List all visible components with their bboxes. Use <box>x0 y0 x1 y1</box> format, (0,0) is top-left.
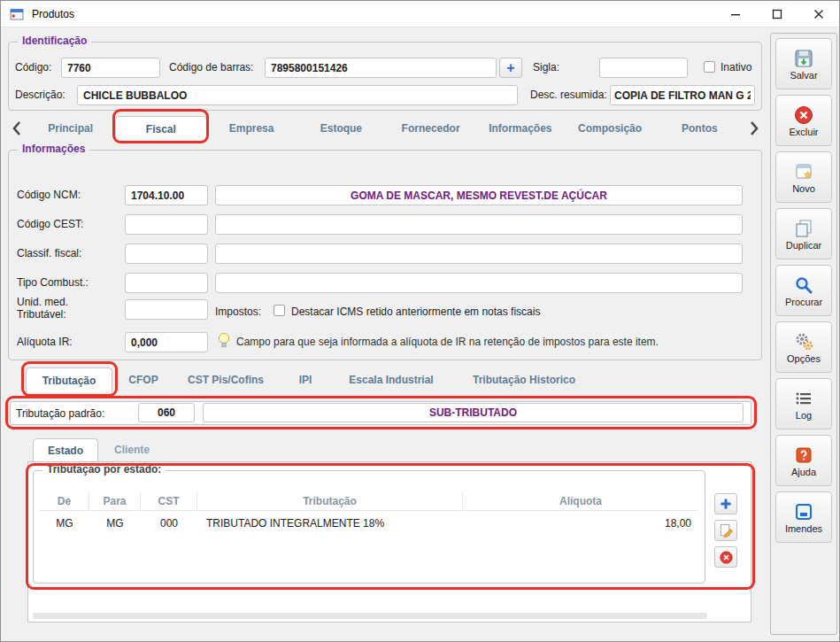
cell-de: MG <box>40 517 89 530</box>
cell-tributacao: TRIBUTADO INTEGRALMENTE 18% <box>197 517 463 530</box>
estado-tab-bar: Estado Cliente <box>33 438 166 461</box>
help-button[interactable]: Ajuda <box>775 435 832 486</box>
cest-input[interactable] <box>125 214 208 235</box>
impostos-label: Impostos: <box>215 306 261 318</box>
tributacao-padrao-codigo-input[interactable] <box>138 403 195 422</box>
tab-composicao[interactable]: Composição <box>566 116 655 141</box>
search-icon <box>793 275 814 296</box>
cell-para: MG <box>89 517 141 530</box>
tipo-combust-descricao-field <box>215 273 743 293</box>
imendes-icon <box>793 501 814 522</box>
cest-label: Código CEST: <box>17 218 83 230</box>
edit-pencil-icon <box>719 523 734 538</box>
column-header-para[interactable]: Para <box>89 491 141 511</box>
inativo-checkbox[interactable] <box>704 61 715 73</box>
tab-principal[interactable]: Principal <box>26 116 115 141</box>
column-header-aliquota[interactable]: Alíquota <box>463 491 698 511</box>
identificacao-legend: Identificação <box>18 35 91 47</box>
ncm-descricao-field: GOMA DE MASCAR, MESMO REVEST.DE AÇÚCAR <box>215 185 743 205</box>
horizontal-scrollbar[interactable] <box>33 613 707 619</box>
unid-med-label-line2: Tributável: <box>17 308 66 321</box>
delete-circle-icon <box>719 550 734 565</box>
duplicate-button-label: Duplicar <box>786 240 821 251</box>
save-button[interactable]: Salvar <box>775 38 832 89</box>
help-button-label: Ajuda <box>791 467 816 477</box>
tab-tributacao-historico[interactable]: Tributação Historico <box>449 367 599 392</box>
new-button[interactable]: Novo <box>775 151 832 203</box>
column-header-de[interactable]: De <box>40 491 89 511</box>
delete-row-button[interactable] <box>714 546 737 568</box>
tributacao-padrao-descricao-text: SUB-TRIBUTADO <box>429 406 517 419</box>
tab-estado[interactable]: Estado <box>33 438 98 461</box>
close-button[interactable] <box>798 1 839 27</box>
main-tab-bar: Principal Fiscal Empresa Estoque Fornece… <box>26 116 744 141</box>
delete-button-label: Excluir <box>789 127 818 137</box>
plus-icon: + <box>506 61 514 75</box>
duplicate-button[interactable]: Duplicar <box>775 208 832 259</box>
tab-cfop[interactable]: CFOP <box>112 367 174 392</box>
desc-resumida-input[interactable] <box>610 85 755 105</box>
search-button-label: Procurar <box>785 297 822 307</box>
help-icon <box>793 445 814 466</box>
classif-fiscal-input[interactable] <box>125 244 208 264</box>
tributacao-padrao-descricao-field: SUB-TRIBUTADO <box>203 403 744 422</box>
imendes-button[interactable]: Imendes <box>775 491 832 543</box>
edit-row-button[interactable] <box>714 520 737 541</box>
tab-scroll-left[interactable] <box>8 117 24 140</box>
tributacao-estado-legend: Tributação por estado: <box>42 463 166 476</box>
options-button[interactable]: Opções <box>775 321 832 373</box>
delete-icon <box>793 104 814 126</box>
tab-empresa[interactable]: Empresa <box>207 116 297 141</box>
tab-scroll-right[interactable] <box>746 117 762 140</box>
tab-estoque[interactable]: Estoque <box>297 116 386 141</box>
tab-ipi[interactable]: IPI <box>277 367 334 392</box>
destacar-icms-label: Destacar ICMS retido anteriormente em no… <box>291 306 540 318</box>
app-icon <box>10 7 24 21</box>
destacar-icms-checkbox[interactable] <box>274 305 285 316</box>
maximize-button[interactable] <box>756 1 798 27</box>
classif-fiscal-label: Classif. fiscal: <box>17 247 81 259</box>
new-icon <box>793 161 814 182</box>
tipo-combust-label: Tipo Combust.: <box>17 276 89 289</box>
tab-tributacao[interactable]: Tributação <box>26 367 112 392</box>
tab-escala-industrial[interactable]: Escala Industrial <box>334 367 449 392</box>
column-header-tributacao[interactable]: Tributação <box>197 491 463 511</box>
descricao-input[interactable] <box>77 85 518 105</box>
fiscal-tab-bar: Tributação CFOP CST Pis/Cofins IPI Escal… <box>26 367 599 392</box>
column-header-cst[interactable]: CST <box>141 491 197 511</box>
window-title: Produtos <box>32 8 74 20</box>
new-button-label: Novo <box>792 183 815 194</box>
codigo-input[interactable] <box>61 58 160 78</box>
codigo-barras-input[interactable] <box>265 58 497 78</box>
desc-resumida-label: Desc. resumida: <box>530 89 607 101</box>
classif-fiscal-descricao-field <box>215 244 743 264</box>
options-button-label: Opções <box>787 353 821 364</box>
search-button[interactable]: Procurar <box>775 265 832 316</box>
tab-pontos[interactable]: Pontos <box>655 116 744 141</box>
cell-cst: 000 <box>141 517 197 530</box>
log-button[interactable]: Log <box>775 378 832 429</box>
tipo-combust-input[interactable] <box>125 273 208 293</box>
add-barcode-button[interactable]: + <box>499 58 522 78</box>
aliquota-ir-label: Alíquota IR: <box>17 336 73 348</box>
table-row[interactable]: MG MG 000 TRIBUTADO INTEGRALMENTE 18% 18… <box>40 513 698 534</box>
tab-cst-pis-cofins[interactable]: CST Pis/Cofins <box>174 367 277 392</box>
produtos-window: Produtos Identificação Código: Código de… <box>0 0 840 642</box>
table-header: De Para CST Tributação Alíquota <box>40 491 698 511</box>
add-row-button[interactable] <box>714 493 737 514</box>
lightbulb-icon <box>217 331 231 353</box>
tab-informacoes[interactable]: Informações <box>475 116 565 141</box>
tab-cliente[interactable]: Cliente <box>98 438 166 461</box>
minimize-button[interactable] <box>714 1 756 27</box>
ncm-input[interactable] <box>125 185 208 205</box>
chevron-left-icon <box>12 120 21 136</box>
unid-med-label-line1: Unid. med. <box>17 296 68 308</box>
sigla-input[interactable] <box>599 58 688 78</box>
tab-fornecedor[interactable]: Fornecedor <box>386 116 475 141</box>
imendes-button-label: Imendes <box>785 523 822 534</box>
tab-fiscal[interactable]: Fiscal <box>115 116 206 141</box>
tributacao-padrao-label: Tributação padrão: <box>16 407 104 420</box>
aliquota-ir-input[interactable] <box>125 332 208 352</box>
delete-button[interactable]: Excluir <box>775 95 832 146</box>
unid-med-input[interactable] <box>125 299 208 320</box>
